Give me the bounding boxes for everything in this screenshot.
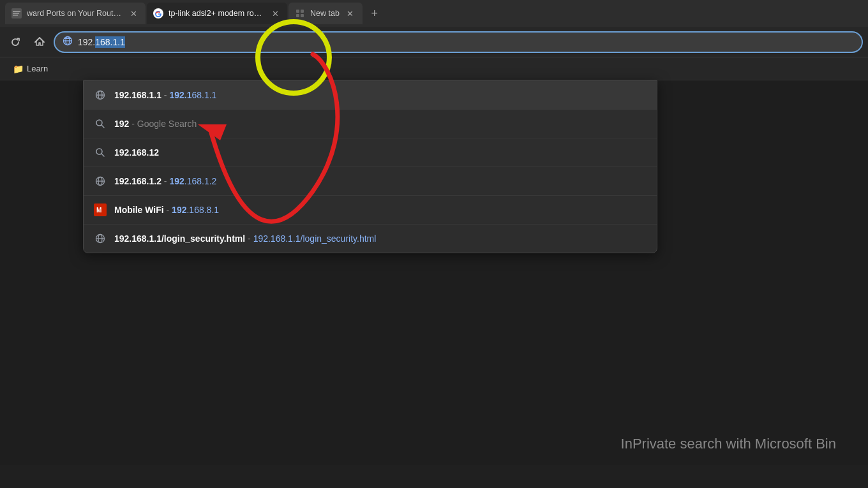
ac6-text: 192.168.1.1/login_security.html - 192.16…: [114, 233, 647, 244]
tab1-title: ward Ports on Your Router fo: [27, 9, 123, 18]
bookmark-learn-label: Learn: [27, 64, 48, 73]
autocomplete-item-5[interactable]: M Mobile WiFi - 192.168.8.1: [84, 196, 657, 225]
tab3-close[interactable]: ✕: [345, 8, 356, 19]
tab-1[interactable]: ward Ports on Your Router fo ✕: [5, 3, 146, 24]
ac3-text: 192.168.12: [114, 147, 647, 158]
autocomplete-dropdown: 192.168.1.1 - 192.168.1.1 192 - Google S…: [83, 80, 657, 253]
autocomplete-item-2[interactable]: 192 - Google Search: [84, 110, 657, 138]
ac3-search-icon: [94, 146, 107, 159]
tab2-favicon: [153, 8, 163, 18]
tab-3[interactable]: New tab ✕: [288, 3, 363, 24]
new-tab-button[interactable]: +: [364, 3, 385, 24]
svg-text:M: M: [96, 207, 101, 214]
svg-rect-2: [13, 13, 19, 14]
autocomplete-item-1[interactable]: 192.168.1.1 - 192.168.1.1: [84, 81, 657, 110]
autocomplete-item-3[interactable]: 192.168.12: [84, 138, 657, 167]
address-selected: 168.1.1: [95, 36, 125, 48]
home-button[interactable]: [29, 32, 50, 52]
tab2-close[interactable]: ✕: [269, 8, 281, 19]
tab1-close[interactable]: ✕: [128, 8, 139, 19]
address-bar[interactable]: 192.168.1.1: [54, 31, 863, 53]
ac4-globe-icon: [94, 175, 107, 188]
svg-line-18: [101, 125, 104, 128]
svg-rect-8: [301, 14, 304, 17]
ac1-text: 192.168.1.1 - 192.168.1.1: [114, 90, 647, 100]
ac6-globe-icon: [94, 232, 107, 245]
tab1-favicon: [11, 8, 22, 18]
refresh-button[interactable]: [5, 32, 26, 52]
svg-rect-7: [296, 14, 299, 17]
ac5-text: Mobile WiFi - 192.168.8.1: [114, 205, 647, 215]
ac2-search-icon: [94, 117, 107, 130]
svg-rect-6: [301, 10, 304, 13]
tab-bar: ward Ports on Your Router fo ✕ tp-link a…: [0, 0, 868, 27]
tab2-title: tp-link adsl2+ modem router IP: [168, 9, 264, 18]
autocomplete-item-4[interactable]: 192.168.1.2 - 192.168.1.2: [84, 167, 657, 196]
svg-rect-5: [296, 10, 299, 13]
ac4-text: 192.168.1.2 - 192.168.1.2: [114, 176, 647, 186]
ac2-text: 192 - Google Search: [114, 119, 647, 129]
tab3-favicon: [295, 8, 305, 18]
folder-icon: 📁: [13, 64, 24, 74]
ac1-globe-icon: [94, 89, 107, 101]
svg-line-20: [101, 154, 104, 156]
inprivate-text: InPrivate search with Microsoft Bin: [621, 436, 836, 452]
autocomplete-item-6[interactable]: 192.168.1.1/login_security.html - 192.16…: [84, 225, 657, 253]
bookmark-learn[interactable]: 📁 Learn: [8, 61, 53, 77]
ac5-mwifi-icon: M: [94, 203, 107, 216]
bookmarks-bar: 📁 Learn: [0, 57, 868, 80]
svg-rect-3: [13, 15, 18, 16]
tab-2[interactable]: tp-link adsl2+ modem router IP ✕: [147, 3, 287, 24]
nav-bar: 192.168.1.1: [0, 27, 868, 57]
svg-rect-1: [13, 11, 20, 12]
address-globe-icon: [63, 36, 73, 48]
address-text: 192.168.1.1: [78, 37, 854, 47]
tab3-title: New tab: [310, 9, 340, 18]
